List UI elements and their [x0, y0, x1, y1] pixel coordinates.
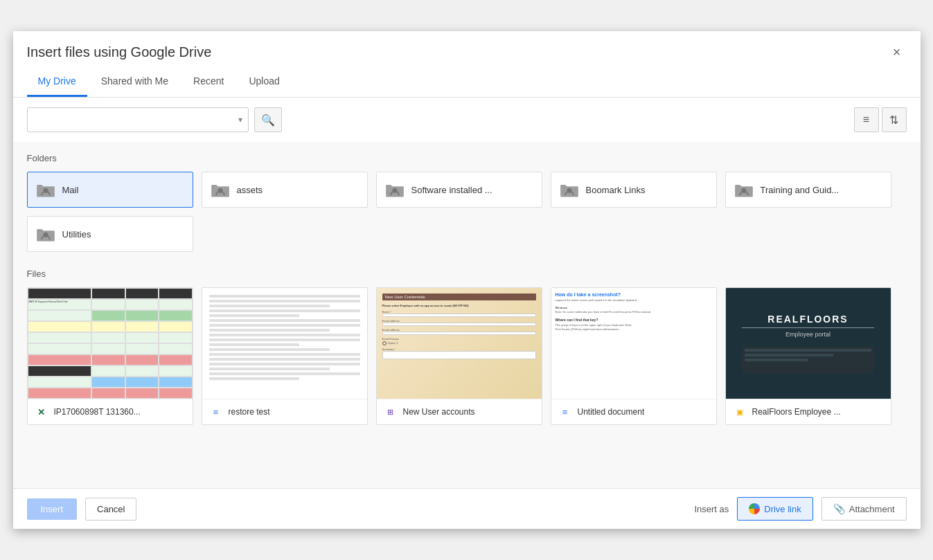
file-name-restore: restore test	[229, 407, 360, 417]
folder-name-assets: assets	[237, 185, 263, 195]
sort-icon: ⇅	[889, 114, 898, 127]
file-name-excel: IP17060898T 131360...	[54, 407, 186, 417]
shared-folder-icon-utilities	[36, 226, 55, 242]
search-input-wrap: ▾	[27, 107, 249, 132]
folder-item-mail[interactable]: Mail	[27, 172, 193, 208]
tab-my-drive[interactable]: My Drive	[27, 67, 87, 97]
shared-folder-icon-software	[385, 181, 405, 198]
content-area: Folders Mail assets	[13, 142, 921, 488]
folder-item-software[interactable]: Software installed ...	[376, 172, 542, 208]
drive-link-label: Drive link	[764, 504, 801, 514]
attachment-icon: 📎	[833, 503, 845, 514]
file-info-realfloors: ▣ RealFloors Employee ...	[726, 399, 891, 424]
folder-item-utilities[interactable]: Utilities	[27, 216, 193, 252]
close-button[interactable]: ×	[887, 42, 907, 62]
file-thumbnail-excel: MAPLUS Equipment Retrieval Work Order	[28, 288, 193, 399]
doc-icon-untitled: ≡	[558, 405, 572, 419]
file-info-excel: ✕ IP17060898T 131360...	[28, 399, 193, 424]
file-thumbnail-newuser: New User Credentials Please select Emplo…	[377, 288, 542, 399]
attachment-label: Attachment	[849, 504, 895, 514]
drive-link-icon	[749, 503, 760, 514]
file-item-excel[interactable]: MAPLUS Equipment Retrieval Work Order	[27, 287, 193, 425]
folder-item-assets[interactable]: assets	[202, 172, 368, 208]
tab-recent[interactable]: Recent	[182, 67, 235, 97]
tab-shared-with-me[interactable]: Shared with Me	[90, 67, 179, 97]
toolbar: ▾ 🔍 ≡ ⇅	[13, 98, 921, 142]
shared-folder-icon-bookmark	[560, 181, 579, 198]
list-view-icon: ≡	[863, 114, 869, 126]
form-icon: ⊞	[384, 405, 398, 419]
file-name-realfloors: RealFloors Employee ...	[752, 407, 884, 417]
folder-item-bookmark[interactable]: Boomark Links	[551, 172, 717, 208]
search-icon: 🔍	[261, 114, 275, 127]
folder-item-training[interactable]: Training and Guid...	[725, 172, 891, 208]
file-thumbnail-realfloors: REALFLOORS Employee portal	[726, 288, 891, 399]
dialog-title: Insert files using Google Drive	[27, 44, 212, 60]
search-button[interactable]: 🔍	[254, 107, 282, 132]
attachment-button[interactable]: 📎 Attachment	[821, 497, 907, 521]
chevron-down-icon[interactable]: ▾	[238, 115, 242, 125]
file-thumbnail-untitled: How do I take a screenshot? captured the…	[551, 288, 716, 399]
tabs-bar: My Drive Shared with Me Recent Upload	[13, 67, 921, 98]
folder-name-bookmark: Boomark Links	[586, 185, 646, 195]
folder-name-mail: Mail	[62, 185, 79, 195]
files-section-label: Files	[27, 269, 907, 279]
file-item-untitled[interactable]: How do I take a screenshot? captured the…	[551, 287, 717, 425]
list-view-button[interactable]: ≡	[854, 107, 879, 132]
view-buttons: ≡ ⇅	[854, 107, 907, 132]
dialog-footer: Insert Cancel Insert as Drive link 📎 Att…	[13, 488, 921, 529]
insert-button[interactable]: Insert	[27, 498, 78, 520]
tab-upload[interactable]: Upload	[238, 67, 290, 97]
file-item-realfloors[interactable]: REALFLOORS Employee portal ▣ Re	[725, 287, 891, 425]
files-grid: MAPLUS Equipment Retrieval Work Order	[27, 287, 907, 425]
folders-section-label: Folders	[27, 153, 907, 163]
files-section: Files MAPLUS Equipmen	[27, 269, 907, 425]
google-drive-dialog: Insert files using Google Drive × My Dri…	[13, 31, 921, 529]
file-info-restore: ≡ restore test	[202, 399, 367, 424]
insert-as-label: Insert as	[694, 504, 729, 514]
shared-folder-icon-assets	[211, 181, 230, 198]
shared-folder-icon	[36, 181, 55, 198]
folder-name-training: Training and Guid...	[761, 185, 839, 195]
file-thumbnail-restore	[202, 288, 367, 399]
cancel-button[interactable]: Cancel	[85, 498, 136, 521]
shared-folder-icon-training	[734, 181, 754, 198]
file-info-newuser: ⊞ New User accounts	[377, 399, 542, 424]
slides-icon: ▣	[733, 405, 747, 419]
folder-name-software: Software installed ...	[411, 185, 492, 195]
drive-link-button[interactable]: Drive link	[737, 497, 812, 521]
doc-icon-restore: ≡	[209, 405, 223, 419]
file-name-untitled: Untitled document	[578, 407, 709, 417]
file-item-restore[interactable]: ≡ restore test	[202, 287, 368, 425]
folder-name-utilities: Utilities	[62, 229, 91, 240]
search-input[interactable]	[33, 115, 238, 125]
excel-icon: ✕	[35, 405, 48, 419]
sort-button[interactable]: ⇅	[882, 107, 907, 132]
file-info-untitled: ≡ Untitled document	[551, 399, 716, 424]
file-name-newuser: New User accounts	[403, 407, 535, 417]
folders-grid: Mail assets Software installed ...	[27, 172, 907, 252]
file-item-newuser[interactable]: New User Credentials Please select Emplo…	[376, 287, 542, 425]
dialog-header: Insert files using Google Drive ×	[13, 31, 921, 62]
